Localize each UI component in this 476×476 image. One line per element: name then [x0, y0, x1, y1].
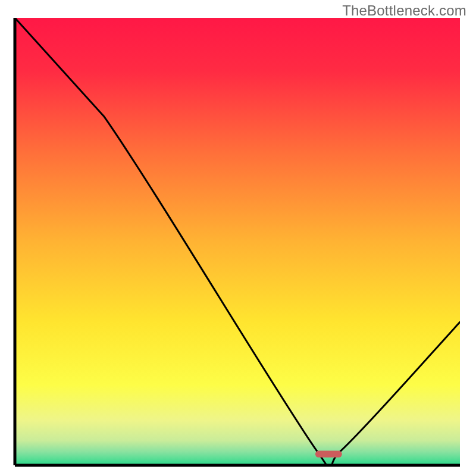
chart-markers — [315, 451, 342, 458]
bottleneck-chart — [0, 0, 476, 476]
chart-background-gradient — [15, 18, 460, 465]
marker-optimal-marker — [315, 451, 342, 458]
watermark-text: TheBottleneck.com — [342, 2, 466, 19]
